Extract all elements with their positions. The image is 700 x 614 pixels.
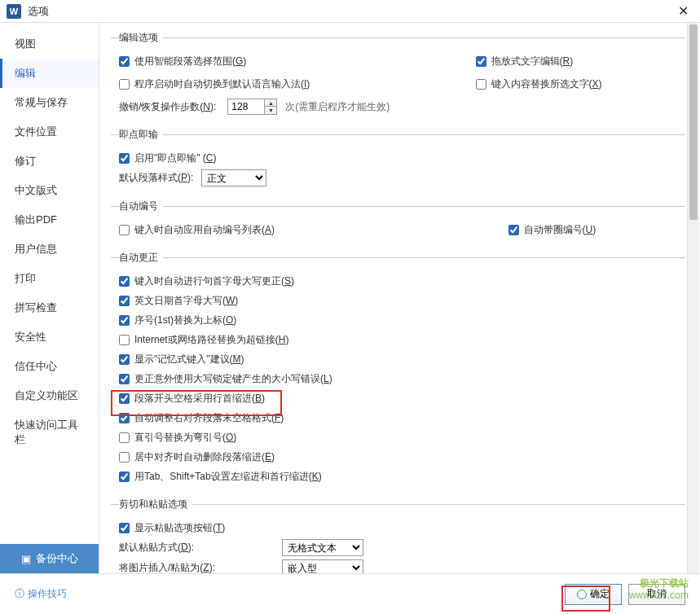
sidebar-item-print[interactable]: 打印	[0, 264, 99, 293]
sidebar-item-view[interactable]: 视图	[0, 29, 99, 59]
tips-link[interactable]: ⓘ 操作技巧	[15, 587, 67, 601]
checkbox-show-paste-options[interactable]: 显示粘贴选项按钮(T)	[119, 521, 225, 535]
checkbox-auto-number-list[interactable]: 键入时自动应用自动编号列表(A)	[119, 223, 275, 237]
sidebar-item-customize-ribbon[interactable]: 自定义功能区	[0, 381, 99, 410]
tips-icon: ⓘ	[15, 587, 24, 601]
checkbox-center-del-indent[interactable]: 居中对齐时自动删除段落缩进(E)	[119, 450, 275, 464]
section-click-type: 即点即输 启用"即点即输" (C) 默认段落样式(P): 正文	[111, 128, 685, 191]
sidebar-item-trust-center[interactable]: 信任中心	[0, 352, 99, 381]
scrollbar-thumb[interactable]	[689, 24, 698, 220]
backup-label: 备份中心	[36, 551, 78, 566]
section-edit-options: 编辑选项 使用智能段落选择范围(G) 拖放式文字编辑(R) 程序启动时自动切换到…	[111, 31, 685, 120]
checkbox-enable-click-type[interactable]: 启用"即点即输" (C)	[119, 151, 217, 165]
default-style-label: 默认段落样式(P):	[119, 171, 193, 185]
section-auto-number: 自动编号 键入时自动应用自动编号列表(A) 自动带圈编号(U)	[111, 200, 685, 243]
checkbox-align-space[interactable]: 自动调整右对齐段落末空格格式(F)	[119, 411, 284, 425]
checkbox-tab-indent[interactable]: 用Tab、Shift+Tab设置左缩进和首行缩进(K)	[119, 470, 322, 484]
footer: ⓘ 操作技巧 确定 取消	[0, 573, 700, 614]
checkbox-memory-input[interactable]: 显示"记忆式键入"建议(M)	[119, 353, 244, 366]
app-icon: W	[7, 4, 21, 19]
legend-edit-options: 编辑选项	[119, 31, 163, 45]
content-panel: 编辑选项 使用智能段落选择范围(G) 拖放式文字编辑(R) 程序启动时自动切换到…	[99, 23, 700, 573]
insert-picture-select[interactable]: 嵌入型	[282, 559, 363, 573]
checkbox-ordinal[interactable]: 序号(1st)替换为上标(O)	[119, 314, 236, 327]
checkbox-capslock-fix[interactable]: 更正意外使用大写锁定键产生的大小写错误(L)	[119, 372, 332, 386]
sidebar-item-general-save[interactable]: 常规与保存	[0, 88, 99, 117]
close-icon[interactable]: ✕	[673, 3, 693, 19]
checkbox-cap-day[interactable]: 英文日期首字母大写(W)	[119, 294, 238, 308]
sidebar-item-quick-access[interactable]: 快速访问工具栏	[0, 410, 99, 454]
tips-label: 操作技巧	[28, 587, 67, 601]
checkbox-circle-number[interactable]: 自动带圈编号(U)	[508, 223, 597, 237]
legend-cut-paste: 剪切和粘贴选项	[119, 498, 192, 511]
undo-steps-input[interactable]	[227, 99, 265, 115]
undo-hint: 次(需重启程序才能生效)	[285, 100, 390, 114]
undo-spinner[interactable]: ▲▼	[265, 99, 277, 115]
checkbox-hyperlink[interactable]: Internet或网络路径替换为超链接(H)	[119, 333, 288, 347]
checkbox-indent-empty[interactable]: 段落开头空格采用行首缩进(B)	[119, 392, 265, 406]
checkbox-drag-edit[interactable]: 拖放式文字编辑(R)	[476, 55, 574, 68]
scrollbar[interactable]	[687, 23, 699, 573]
section-auto-correct: 自动更正 键入时自动进行句首字母大写更正(S) 英文日期首字母大写(W) 序号(…	[111, 251, 685, 489]
default-paste-select[interactable]: 无格式文本	[282, 539, 363, 556]
sidebar-item-file-location[interactable]: 文件位置	[0, 117, 99, 147]
checkbox-smart-quotes[interactable]: 直引号替换为弯引号(O)	[119, 431, 236, 445]
cancel-button[interactable]: 取消	[628, 584, 685, 605]
undo-steps-label: 撤销/恢复操作步数(N):	[119, 100, 216, 114]
sidebar-item-edit[interactable]: 编辑	[0, 59, 99, 88]
ok-icon	[577, 590, 587, 599]
backup-icon: ▣	[21, 553, 31, 565]
sidebar: 视图 编辑 常规与保存 文件位置 修订 中文版式 输出PDF 用户信息 打印 拼…	[0, 23, 99, 573]
sidebar-item-spellcheck[interactable]: 拼写检查	[0, 293, 99, 322]
checkbox-auto-ime[interactable]: 程序启动时自动切换到默认语言输入法(I)	[119, 77, 310, 91]
sidebar-item-revision[interactable]: 修订	[0, 147, 99, 176]
legend-auto-correct: 自动更正	[119, 251, 163, 265]
legend-click-type: 即点即输	[119, 128, 163, 142]
legend-auto-number: 自动编号	[119, 200, 163, 213]
titlebar: W 选项 ✕	[0, 0, 700, 23]
checkbox-replace-selection[interactable]: 键入内容替换所选文字(X)	[476, 77, 602, 91]
default-style-select[interactable]: 正文	[201, 169, 266, 186]
sidebar-item-security[interactable]: 安全性	[0, 322, 99, 352]
window-title: 选项	[28, 4, 673, 19]
insert-picture-label: 将图片插入/粘贴为(Z):	[119, 561, 220, 573]
sidebar-item-chinese-layout[interactable]: 中文版式	[0, 176, 99, 205]
sidebar-item-user-info[interactable]: 用户信息	[0, 235, 99, 264]
checkbox-smart-select[interactable]: 使用智能段落选择范围(G)	[119, 55, 246, 68]
section-cut-paste: 剪切和粘贴选项 显示粘贴选项按钮(T) 默认粘贴方式(D): 无格式文本 将图片…	[111, 498, 685, 573]
ok-button[interactable]: 确定	[565, 584, 622, 605]
backup-center-button[interactable]: ▣ 备份中心	[0, 544, 99, 573]
sidebar-item-output-pdf[interactable]: 输出PDF	[0, 205, 99, 235]
checkbox-cap-first[interactable]: 键入时自动进行句首字母大写更正(S)	[119, 274, 294, 288]
default-paste-label: 默认粘贴方式(D):	[119, 541, 220, 555]
